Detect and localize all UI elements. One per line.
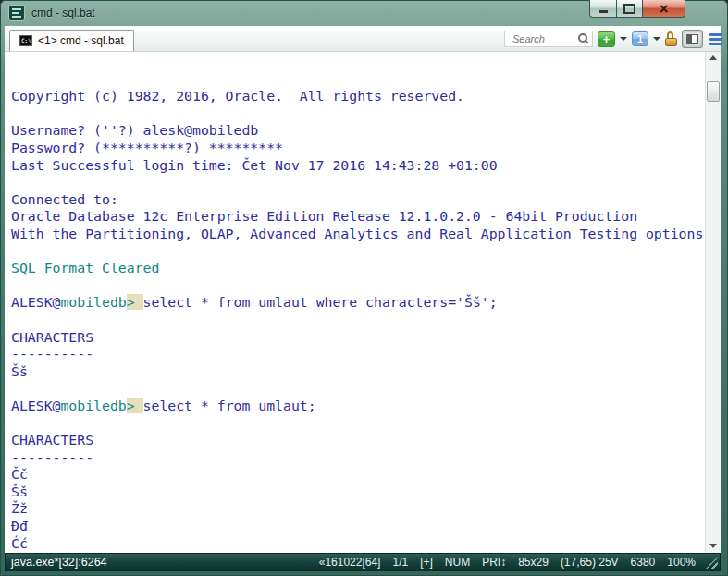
- console-line: Last Successful login time: Čet Nov 17 2…: [11, 157, 705, 175]
- scroll-down-icon[interactable]: [709, 544, 717, 548]
- status-item: [+]: [420, 556, 433, 569]
- console-line: ALESK@mobiledb> select * from umlaut;: [11, 398, 705, 415]
- close-button[interactable]: ×: [643, 0, 685, 18]
- console-line: Oracle Database 12c Enterprise Edition R…: [11, 208, 705, 226]
- resize-grip[interactable]: [706, 557, 718, 569]
- window-title: cmd - sql.bat: [31, 6, 95, 19]
- app-icon: [8, 5, 25, 21]
- scrollbar-thumb[interactable]: [707, 81, 720, 102]
- panel-toggle-button[interactable]: [682, 30, 703, 48]
- console-text-segment: Last Successful login time: Čet Nov 17 2…: [11, 157, 498, 173]
- console-text-segment: Copyright (c) 1982, 2016, Oracle. All ri…: [11, 88, 464, 104]
- console-text-segment: mobiledb: [60, 294, 126, 310]
- console-line: CHARACTERS: [11, 329, 705, 347]
- console-text-segment: select * from umlaut;: [143, 398, 316, 413]
- status-item: «161022[64]: [319, 556, 381, 569]
- cmd-icon: C:\: [19, 35, 32, 46]
- console-text-segment: Šš: [11, 484, 28, 499]
- console-line: Čč: [11, 466, 705, 484]
- console-text-segment: Connected to:: [11, 191, 118, 207]
- panel-icon: [686, 34, 698, 44]
- console-text-segment: mobiledb: [60, 398, 126, 413]
- minimize-button[interactable]: [589, 0, 617, 18]
- console-line: Copyright (c) 1982, 2016, Oracle. All ri…: [11, 88, 705, 105]
- console-text-segment: select * from umlaut where characters='Š…: [143, 294, 498, 310]
- console-line: [11, 277, 705, 295]
- console-tab[interactable]: C:\ <1> cmd - sql.bat: [9, 30, 134, 51]
- console-line: [11, 312, 705, 329]
- console-line: Đđ: [11, 518, 705, 535]
- console-text-segment: Username? (''?) alesk@mobiledb: [11, 122, 258, 138]
- console-text-segment: ALESK@: [11, 294, 60, 310]
- console-line: With the Partitioning, OLAP, Advanced An…: [11, 226, 705, 243]
- console-line: CHARACTERS: [11, 432, 705, 449]
- console-text-segment: Password? (**********?) *********: [11, 140, 283, 155]
- console-line: Password? (**********?) *********: [11, 140, 705, 157]
- scrollbar[interactable]: [705, 52, 721, 553]
- status-items: «161022[64]1/1[+]NUMPRI↕85x29(17,65) 25V…: [319, 556, 696, 569]
- console-line: [11, 380, 705, 398]
- search-icon[interactable]: [577, 33, 588, 44]
- close-icon: ×: [659, 2, 670, 15]
- console-text-segment: Đđ: [11, 518, 28, 533]
- console-text-segment: Oracle Database 12c Enterprise Edition R…: [11, 208, 637, 224]
- status-bar: java.exe*[32]:6264 «161022[64]1/1[+]NUMP…: [5, 553, 721, 571]
- search-box: [504, 31, 593, 47]
- process-info: java.exe*[32]:6264: [11, 556, 319, 569]
- console-line: [11, 105, 705, 123]
- new-console-dropdown-icon[interactable]: [620, 37, 627, 41]
- minimize-icon: [599, 10, 608, 13]
- console-line: Žž: [11, 500, 705, 518]
- console-text-segment: CHARACTERS: [11, 329, 93, 345]
- console-text-segment: CHARACTERS: [11, 432, 93, 447]
- console-text-segment: SQL Format Cleared: [11, 260, 159, 276]
- status-item: NUM: [445, 556, 470, 569]
- console-text-segment: ----------: [11, 449, 93, 465]
- console-text-segment: Žž: [11, 500, 28, 516]
- status-item: (17,65) 25V: [561, 556, 619, 569]
- lock-icon[interactable]: [665, 31, 677, 46]
- console-line: ----------: [11, 346, 705, 363]
- console-line: Connected to:: [11, 191, 705, 209]
- search-input[interactable]: [511, 32, 577, 45]
- maximize-icon: [623, 4, 635, 14]
- status-item: 6380: [631, 556, 656, 569]
- console-line: Ćć: [11, 535, 705, 553]
- conemu-window: cmd - sql.bat × C:\ <1> cmd - sql.bat + …: [0, 0, 728, 576]
- console-output[interactable]: Copyright (c) 1982, 2016, Oracle. All ri…: [5, 52, 705, 553]
- console-text-segment: Čč: [11, 466, 28, 482]
- console-line: SQL Format Cleared: [11, 260, 705, 277]
- console-text-segment: ----------: [11, 346, 93, 362]
- toolbar: + 1: [504, 29, 724, 49]
- menu-button[interactable]: [708, 33, 724, 45]
- console-text-segment: Šš: [11, 363, 28, 379]
- console-text-segment: ALESK@: [11, 398, 60, 413]
- console-text-segment: With the Partitioning, OLAP, Advanced An…: [11, 226, 703, 241]
- window-controls: ×: [589, 0, 685, 18]
- console-line: [11, 174, 705, 191]
- tab-label: <1> cmd - sql.bat: [38, 34, 124, 47]
- scroll-up-icon[interactable]: [709, 55, 717, 60]
- console-text-segment: Ćć: [11, 535, 28, 551]
- maximize-button[interactable]: [617, 0, 643, 18]
- console-text-segment: >: [127, 398, 143, 413]
- console-line: Šš: [11, 363, 705, 381]
- new-console-button[interactable]: +: [598, 31, 615, 47]
- console-line: ----------: [11, 449, 705, 467]
- console-lines: Copyright (c) 1982, 2016, Oracle. All ri…: [11, 88, 705, 553]
- status-item: PRI↕: [482, 556, 506, 569]
- status-item: 100%: [667, 556, 696, 569]
- console-line: [11, 243, 705, 261]
- console-line: ALESK@mobiledb> select * from umlaut whe…: [11, 294, 705, 312]
- console-list-dropdown-icon[interactable]: [653, 37, 660, 41]
- console-line: Šš: [11, 484, 705, 501]
- status-item: 1/1: [392, 556, 408, 569]
- console-line: Username? (''?) alesk@mobiledb: [11, 122, 705, 140]
- console-line: [11, 414, 705, 432]
- active-console-button[interactable]: 1: [632, 31, 648, 46]
- status-item: 85x29: [518, 556, 549, 569]
- console-text-segment: >: [127, 294, 143, 310]
